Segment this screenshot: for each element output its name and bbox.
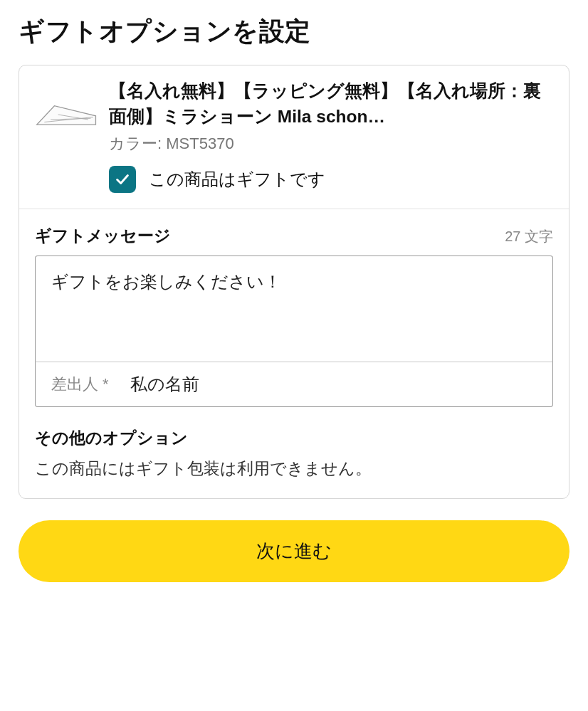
gift-message-label: ギフトメッセージ bbox=[35, 225, 171, 247]
gift-wrap-unavailable-text: この商品にはギフト包装は利用できません。 bbox=[35, 456, 553, 481]
product-info: 【名入れ無料】【ラッピング無料】【名入れ場所：裏面側】ミラショーン Mila s… bbox=[109, 78, 553, 193]
gift-check-row: この商品はギフトです bbox=[109, 166, 553, 193]
other-options-label: その他のオプション bbox=[35, 427, 553, 449]
variant-value: MST5370 bbox=[166, 135, 233, 152]
sender-row: 差出人 * bbox=[35, 362, 553, 407]
sender-label: 差出人 * bbox=[51, 374, 109, 395]
gift-message-input[interactable] bbox=[35, 256, 553, 362]
product-name: 【名入れ無料】【ラッピング無料】【名入れ場所：裏面側】ミラショーン Mila s… bbox=[109, 78, 553, 129]
page-title: ギフトオプションを設定 bbox=[19, 14, 569, 49]
gift-checkbox[interactable] bbox=[109, 166, 136, 193]
check-icon bbox=[115, 172, 130, 187]
variant-label: カラー: bbox=[109, 135, 162, 152]
next-button[interactable]: 次に進む bbox=[19, 520, 569, 582]
gift-options-card: 【名入れ無料】【ラッピング無料】【名入れ場所：裏面側】ミラショーン Mila s… bbox=[19, 65, 569, 499]
gift-message-section: ギフトメッセージ 27 文字 差出人 * その他のオプション この商品にはギフト… bbox=[19, 209, 569, 498]
message-header: ギフトメッセージ 27 文字 bbox=[35, 225, 553, 247]
product-thumbnail bbox=[35, 83, 99, 147]
sender-input[interactable] bbox=[130, 374, 537, 394]
gift-checkbox-label: この商品はギフトです bbox=[149, 168, 325, 191]
product-row: 【名入れ無料】【ラッピング無料】【名入れ場所：裏面側】ミラショーン Mila s… bbox=[19, 65, 569, 209]
product-variant: カラー: MST5370 bbox=[109, 133, 553, 154]
char-count: 27 文字 bbox=[505, 227, 553, 246]
